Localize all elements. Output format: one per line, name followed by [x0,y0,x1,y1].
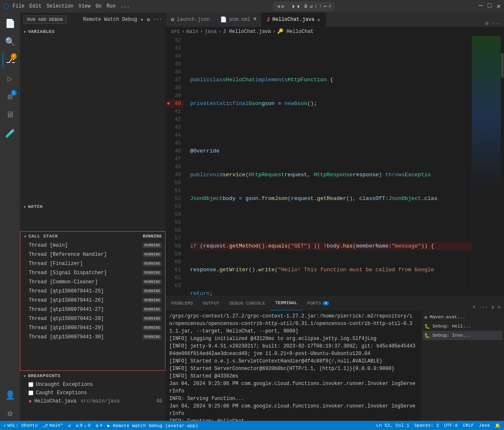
panel-right-maven[interactable]: ⚙ Maven-avat... [423,312,502,322]
status-remote-debug[interactable]: ▶ Remote Watch Debug (avatar-app) [108,423,198,428]
nav-forward[interactable]: ▶ [281,3,284,10]
thread-qtp-27[interactable]: Thread [qtp1500079441-27] RUNNING [20,305,165,314]
config-name: Remote Watch Debug [83,17,137,22]
debug-pause-btn[interactable]: ⏸ [303,3,308,10]
activity-run-debug[interactable]: ▷ [3,71,18,86]
debug-continue-btn[interactable]: ⏵⏵ [291,3,301,10]
debug-step-out-btn[interactable]: ↩ [323,3,326,10]
bp-hellochat[interactable]: ● HelloChat.java src/main/java 40 [20,397,165,405]
status-spaces[interactable]: Spaces: 2 [414,423,439,428]
ln-32: 32 [166,36,183,44]
activity-account[interactable]: 👤 [3,388,18,402]
ln-61: 61 [166,266,183,274]
run-debug-button[interactable]: RUN AND DEBUG [23,15,67,24]
bp-uncaught[interactable]: Uncaught Exceptions [20,380,165,389]
panel-tab-problems[interactable]: PROBLEMS [166,296,198,310]
settings-gear[interactable]: ⚙ [147,17,150,23]
activity-remote-explorer[interactable]: 🖥 [3,108,18,122]
breakpoints-chevron-icon: ▾ [23,373,26,379]
status-branch[interactable]: ⎇ main* [43,423,63,428]
thread-qtp-25[interactable]: Thread [qtp1500079441-25] RUNNING [20,287,165,296]
ln-39: 39 [166,92,183,100]
code-editor[interactable]: 32 33 34 35 36 37 38 39 ●40 41 42 43 44 … [166,36,504,296]
activity-extensions[interactable]: ⊞ 1 [3,89,18,104]
panel-tab-output[interactable]: OUTPUT [198,296,225,310]
panel-tabs: PROBLEMS OUTPUT DEBUG CONSOLE TERMINAL P… [166,296,504,311]
panel-more-icon[interactable]: ··· [479,305,488,310]
tab-pom-xml[interactable]: 📄 pom.xml M [215,12,261,27]
thread-qtp-30[interactable]: Thread [qtp1500079441-30] RUNNING [20,332,165,342]
status-wsl[interactable]: ⚡ WSL: Ubuntu [3,423,38,428]
terminal-content[interactable]: /grpc/grpc-context/1.27.2/grpc-context-1… [166,311,421,421]
window-controls: ─ □ ✕ [479,2,501,10]
thread-main[interactable]: Thread [main] RUNNING [20,241,165,250]
ln-62: 62 [166,274,183,282]
bp-caught-checkbox[interactable] [28,390,33,395]
activity-settings[interactable]: ⚙ [3,406,18,421]
thread-qtp-28[interactable]: Thread [qtp1500079441-28] RUNNING [20,314,165,323]
close-btn[interactable]: ✕ [496,2,501,10]
bp-caught[interactable]: Caught Exceptions [20,389,165,397]
callstack-title: CALL STACK [28,234,58,239]
panel-tab-debug-console[interactable]: DEBUG CONSOLE [224,296,270,310]
editor-scrollbar[interactable] [501,36,504,296]
status-cursor[interactable]: Ln 52, Col 1 [376,423,409,428]
bell-icon: 🔔 [495,423,501,428]
tab-launch-json[interactable]: ⚙ launch.json [166,12,215,27]
menu-view[interactable]: View [78,3,90,9]
code-line-36: @Override [190,147,471,155]
status-debug[interactable]: ⚙ 4 [95,423,102,428]
debug-step-over-btn[interactable]: ↓ [314,3,317,9]
thread-common-cleaner[interactable]: Thread [Common-Cleaner] RUNNING [20,278,165,287]
callstack-header[interactable]: ▾ CALL STACK Running [20,232,165,241]
maximize-btn[interactable]: □ [488,2,492,10]
sidebar: RUN AND DEBUG Remote Watch Debug ▾ ⚙ ···… [20,12,166,421]
status-notifications[interactable]: 🔔 [495,423,501,428]
bp-uncaught-checkbox[interactable] [28,382,33,387]
minimize-btn[interactable]: ─ [479,2,483,10]
menu-edit[interactable]: Edit [30,3,42,9]
thread-qtp-26[interactable]: Thread [qtp1500079441-26] RUNNING [20,296,165,305]
thread-reference-handler[interactable]: Thread [Reference Handler] RUNNING [20,250,165,259]
new-terminal-icon[interactable]: + [473,305,476,310]
debug-icon: ⚙ [95,423,98,428]
debug-toolbar: ◀ ▶ ⏵⏵ ⏸ ↺ ↓ ↑ ↩ ⚡ [273,2,335,11]
menu-go[interactable]: Go [95,3,101,9]
variables-header[interactable]: ▾ VARIABLES [20,27,165,36]
breakpoints-header[interactable]: ▾ BREAKPOINTS [20,371,165,380]
thread-signal-dispatcher[interactable]: Thread [Signal Dispatcher] RUNNING [20,268,165,278]
more-options[interactable]: ··· [153,17,162,22]
config-dropdown[interactable]: ▾ [140,17,143,23]
more-tabs-icon[interactable]: ··· [491,21,501,27]
status-encoding[interactable]: UTF-8 [444,423,458,428]
status-eol[interactable]: CRLF [463,423,474,428]
panel-close-icon[interactable]: ✕ [498,304,501,310]
status-errors[interactable]: ⊘ 0 ⚠ 0 [76,423,90,428]
menu-more[interactable]: ... [120,3,130,9]
thread-finalizer[interactable]: Thread [Finalizer] RUNNING [20,259,165,268]
panel-collapse-icon[interactable]: ∧ [491,304,494,310]
panel-right-debug-hell[interactable]: 🐛 Debug: Hell... [423,322,502,331]
activity-source-control[interactable]: ⎇ 7 [3,52,18,68]
panel-right-debug-invo[interactable]: 🐛 Debug: Invo... [423,331,502,340]
split-editor-icon[interactable]: ⊟ [485,20,488,27]
debug-restart-btn[interactable]: ↺ [310,3,313,10]
nav-back[interactable]: ◀ [277,3,280,10]
menu-file[interactable]: File [13,3,25,9]
panel-tab-terminal[interactable]: TERMINAL [270,296,302,310]
ln-49: 49 [166,171,183,179]
status-sync[interactable]: ↺ [68,423,71,428]
tab-close-icon[interactable]: ✕ [317,16,320,23]
debug-step-into-btn[interactable]: ↑ [319,3,322,9]
tab-hellochat-java[interactable]: J HelloChat.java ✕ [261,12,326,27]
menu-run[interactable]: Run [107,3,116,9]
debug-hot-reload-btn[interactable]: ⚡ [328,3,331,10]
activity-search[interactable]: 🔍 [3,34,18,49]
watch-header[interactable]: ▾ WATCH [20,202,165,211]
activity-testing[interactable]: 🧪 [3,126,18,141]
panel-tab-ports[interactable]: PORTS 4 [302,296,334,310]
status-language[interactable]: Java [479,423,490,428]
thread-qtp-29[interactable]: Thread [qtp1500079441-29] RUNNING [20,323,165,332]
activity-explorer[interactable]: 📄 [3,16,18,31]
menu-selection[interactable]: Selection [47,3,74,9]
